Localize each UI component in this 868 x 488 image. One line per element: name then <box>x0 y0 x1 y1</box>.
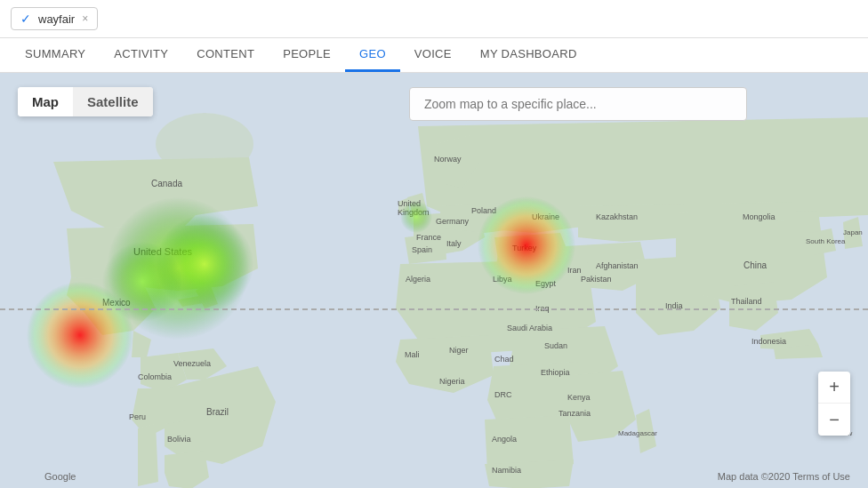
brand-tab-label: wayfair <box>38 12 75 26</box>
svg-text:Pakistan: Pakistan <box>581 275 612 284</box>
nav-tabs: SUMMARY ACTIVITY CONTENT PEOPLE GEO VOIC… <box>0 38 868 73</box>
svg-text:Peru: Peru <box>129 412 146 421</box>
svg-text:United: United <box>398 199 421 208</box>
svg-text:China: China <box>743 260 768 270</box>
svg-text:Sudan: Sudan <box>544 341 567 350</box>
map-search-input[interactable] <box>409 87 747 121</box>
tab-geo[interactable]: GEO <box>345 38 400 72</box>
svg-text:Thailand: Thailand <box>731 297 762 306</box>
map-area[interactable]: Canada United States Mexico Venezuela Co… <box>0 73 868 488</box>
map-view-button[interactable]: Map <box>18 87 73 116</box>
svg-text:Colombia: Colombia <box>138 372 172 381</box>
top-bar: ✓ wayfair × <box>0 0 868 38</box>
svg-text:Tanzania: Tanzania <box>559 409 591 418</box>
map-attribution-left: Google <box>44 471 76 482</box>
svg-text:Norway: Norway <box>434 155 462 164</box>
svg-text:Turkey: Turkey <box>512 244 537 252</box>
svg-text:Indonesia: Indonesia <box>751 337 786 346</box>
svg-text:Kenya: Kenya <box>567 393 591 402</box>
svg-text:Iran: Iran <box>567 266 582 275</box>
check-icon: ✓ <box>20 12 31 26</box>
tab-voice[interactable]: VOICE <box>400 38 466 72</box>
svg-text:Canada: Canada <box>151 179 182 188</box>
satellite-view-button[interactable]: Satellite <box>73 87 153 116</box>
zoom-out-button[interactable]: − <box>818 404 850 436</box>
svg-text:United States: United States <box>133 246 193 257</box>
svg-text:Brazil: Brazil <box>206 407 229 417</box>
svg-text:Poland: Poland <box>471 206 496 215</box>
brand-tab[interactable]: ✓ wayfair × <box>11 7 98 30</box>
tab-people[interactable]: PEOPLE <box>269 38 345 72</box>
svg-text:Algeria: Algeria <box>406 275 430 284</box>
close-icon[interactable]: × <box>82 12 88 25</box>
svg-text:Namibia: Namibia <box>492 466 521 475</box>
svg-text:Saudi Arabia: Saudi Arabia <box>507 324 552 332</box>
svg-text:Madagascar: Madagascar <box>618 429 657 437</box>
svg-text:Egypt: Egypt <box>535 279 557 288</box>
svg-text:Kazakhstan: Kazakhstan <box>596 212 638 221</box>
svg-text:Italy: Italy <box>446 239 462 248</box>
svg-text:Mali: Mali <box>405 350 420 359</box>
svg-text:Ukraine: Ukraine <box>532 212 559 221</box>
zoom-in-button[interactable]: + <box>818 372 850 404</box>
svg-text:Germany: Germany <box>436 217 470 226</box>
tab-content[interactable]: CONTENT <box>182 38 269 72</box>
svg-text:Bolivia: Bolivia <box>167 435 191 444</box>
map-background: Canada United States Mexico Venezuela Co… <box>0 73 868 488</box>
tab-activity[interactable]: ACTIVITY <box>100 38 182 72</box>
svg-text:Venezuela: Venezuela <box>173 359 211 368</box>
tab-summary[interactable]: SUMMARY <box>11 38 100 72</box>
svg-text:Ethiopia: Ethiopia <box>541 368 570 377</box>
map-search-container <box>409 87 747 121</box>
svg-text:Nigeria: Nigeria <box>439 377 465 386</box>
svg-text:Mongolia: Mongolia <box>743 212 776 221</box>
svg-text:DRC: DRC <box>494 390 512 399</box>
tab-my-dashboard[interactable]: MY DASHBOARD <box>466 38 591 72</box>
svg-text:Niger: Niger <box>449 346 469 355</box>
svg-text:Libya: Libya <box>493 275 512 284</box>
map-attribution-right: Map data ©2020 Terms of Use <box>718 471 850 482</box>
zoom-controls: + − <box>818 372 850 436</box>
svg-text:Afghanistan: Afghanistan <box>596 261 639 270</box>
svg-text:Chad: Chad <box>494 355 514 364</box>
svg-text:Angola: Angola <box>492 435 517 444</box>
svg-text:South Korea: South Korea <box>806 237 846 245</box>
svg-text:Mexico: Mexico <box>102 298 131 308</box>
svg-text:Japan: Japan <box>843 228 863 236</box>
map-separator <box>0 308 868 310</box>
svg-text:Kingdom: Kingdom <box>398 208 430 217</box>
map-toggle: Map Satellite <box>18 87 153 116</box>
svg-text:France: France <box>416 233 441 242</box>
svg-text:Spain: Spain <box>412 245 432 254</box>
